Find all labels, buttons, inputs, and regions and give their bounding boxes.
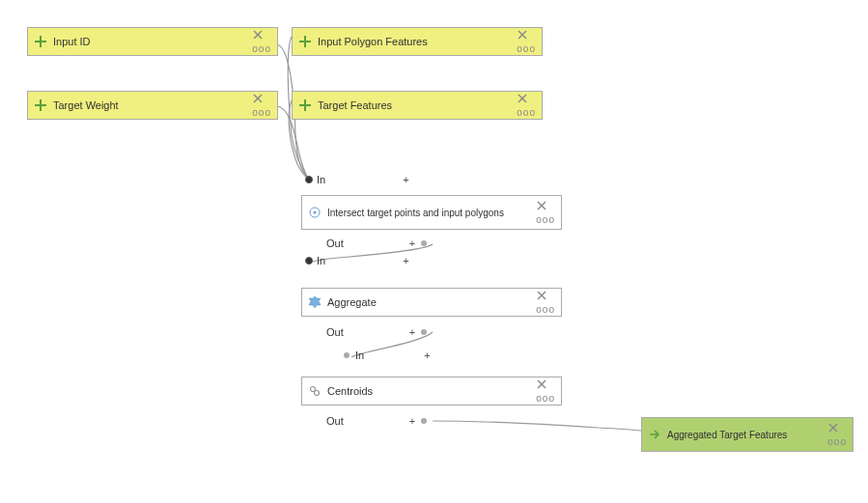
port-add-icon[interactable]: +: [409, 326, 415, 338]
port-intersect-in[interactable]: In +: [305, 174, 409, 185]
node-controls: ooo: [517, 29, 536, 54]
port-endpoint-icon: [421, 329, 427, 335]
close-icon[interactable]: [517, 93, 536, 106]
svg-point-22: [311, 387, 316, 392]
close-icon[interactable]: [536, 200, 555, 213]
port-dot-icon: [305, 257, 313, 265]
menu-icon[interactable]: ooo: [536, 215, 555, 225]
port-endpoint-icon: [344, 352, 350, 358]
port-label: In: [355, 349, 364, 361]
node-label: Input ID: [53, 36, 246, 47]
menu-icon[interactable]: ooo: [536, 305, 555, 315]
node-controls: ooo: [252, 93, 271, 118]
port-label: Out: [326, 326, 344, 338]
close-icon[interactable]: [536, 378, 555, 392]
port-label: Out: [326, 415, 344, 427]
node-label: Aggregate: [327, 296, 530, 308]
menu-icon[interactable]: ooo: [252, 44, 271, 54]
node-centroids[interactable]: Centroids ooo: [301, 377, 562, 405]
node-label: Centroids: [327, 385, 530, 397]
node-target-weight[interactable]: Target Weight ooo: [27, 91, 278, 120]
port-aggregate-in[interactable]: In +: [305, 255, 409, 266]
port-add-icon[interactable]: +: [424, 349, 430, 361]
node-label: Input Polygon Features: [318, 36, 511, 47]
node-controls: ooo: [827, 422, 847, 447]
node-target-features[interactable]: Target Features ooo: [292, 91, 543, 120]
node-label: Target Weight: [53, 99, 246, 111]
close-icon[interactable]: [252, 29, 271, 42]
svg-point-17: [314, 211, 317, 214]
menu-icon[interactable]: ooo: [536, 394, 555, 404]
node-input-polygon-features[interactable]: Input Polygon Features ooo: [292, 27, 543, 56]
gear-icon: [308, 206, 322, 219]
close-icon[interactable]: [536, 290, 555, 303]
port-endpoint-icon: [421, 240, 427, 246]
node-output-aggregated[interactable]: Aggregated Target Features ooo: [641, 417, 854, 452]
close-icon[interactable]: [252, 93, 271, 106]
port-centroids-out[interactable]: Out +: [326, 415, 427, 427]
port-label: In: [317, 174, 325, 185]
node-label: Intersect target points and input polygo…: [327, 208, 530, 218]
port-label: Out: [326, 238, 344, 249]
port-endpoint-icon: [421, 418, 427, 424]
node-controls: ooo: [252, 29, 271, 54]
port-aggregate-out[interactable]: Out +: [326, 326, 427, 338]
port-add-icon[interactable]: +: [409, 415, 415, 427]
port-intersect-out[interactable]: Out +: [326, 238, 427, 249]
port-add-icon[interactable]: +: [409, 238, 415, 249]
port-dot-icon: [305, 176, 313, 183]
port-centroids-in[interactable]: In +: [344, 349, 431, 361]
plus-icon: [298, 98, 312, 112]
node-intersect[interactable]: Intersect target points and input polygo…: [301, 195, 562, 230]
svg-point-23: [315, 391, 320, 396]
plus-icon: [34, 98, 47, 112]
port-label: In: [317, 255, 325, 266]
menu-icon[interactable]: ooo: [517, 108, 536, 118]
node-aggregate[interactable]: Aggregate ooo: [301, 288, 562, 317]
node-controls: ooo: [536, 200, 555, 225]
close-icon[interactable]: [827, 422, 847, 435]
port-add-icon[interactable]: +: [403, 255, 408, 266]
node-label: Target Features: [318, 99, 511, 111]
plus-icon: [34, 35, 47, 48]
gear-icon: [308, 295, 322, 309]
close-icon[interactable]: [517, 29, 536, 42]
node-controls: ooo: [536, 290, 555, 315]
port-add-icon[interactable]: +: [403, 174, 408, 185]
menu-icon[interactable]: ooo: [517, 44, 536, 54]
menu-icon[interactable]: ooo: [827, 437, 847, 447]
node-label: Aggregated Target Features: [667, 430, 822, 440]
node-input-id[interactable]: Input ID ooo: [27, 27, 278, 56]
node-controls: ooo: [517, 93, 536, 118]
plus-icon: [298, 35, 312, 48]
chain-icon: [308, 384, 322, 398]
node-controls: ooo: [536, 378, 555, 404]
arrow-icon: [648, 428, 661, 441]
menu-icon[interactable]: ooo: [252, 108, 271, 118]
